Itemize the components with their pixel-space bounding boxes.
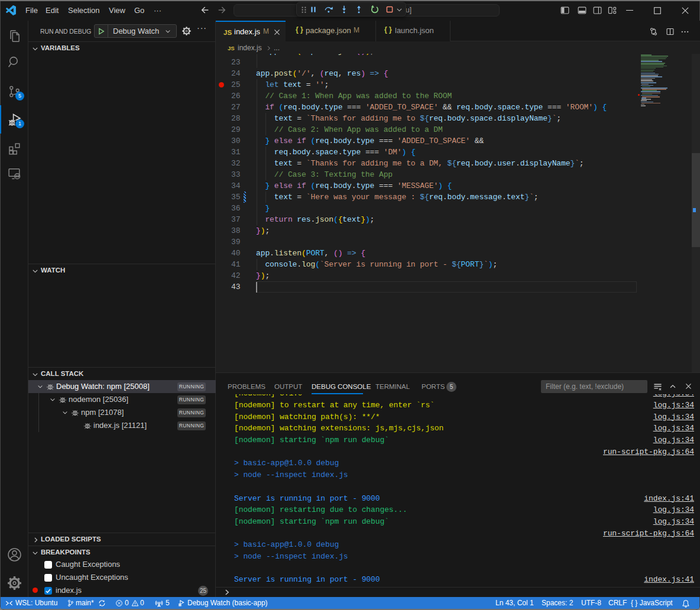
svg-text:JS: JS xyxy=(228,44,235,51)
svg-text:JS: JS xyxy=(223,29,232,36)
